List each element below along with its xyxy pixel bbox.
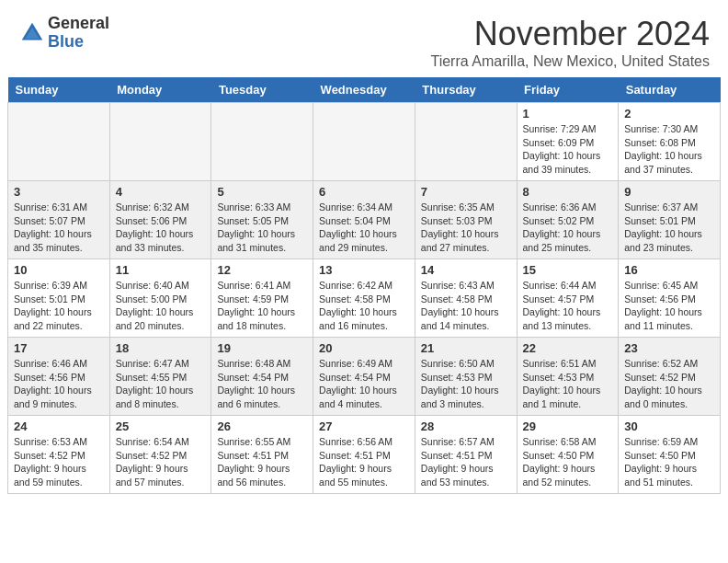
calendar-cell: 7Sunrise: 6:35 AMSunset: 5:03 PMDaylight… xyxy=(415,181,517,259)
day-number: 8 xyxy=(523,185,613,199)
day-number: 3 xyxy=(14,185,104,199)
calendar-cell: 13Sunrise: 6:42 AMSunset: 4:58 PMDayligh… xyxy=(313,259,415,338)
day-number: 27 xyxy=(319,419,409,433)
calendar-cell: 22Sunrise: 6:51 AMSunset: 4:53 PMDayligh… xyxy=(517,338,619,416)
calendar-cell: 8Sunrise: 6:36 AMSunset: 5:02 PMDaylight… xyxy=(517,181,619,259)
calendar-cell: 12Sunrise: 6:41 AMSunset: 4:59 PMDayligh… xyxy=(211,259,313,338)
day-info: Sunrise: 6:39 AMSunset: 5:01 PMDaylight:… xyxy=(14,279,104,333)
weekday-header-row: SundayMondayTuesdayWednesdayThursdayFrid… xyxy=(8,77,721,103)
day-info: Sunrise: 6:47 AMSunset: 4:55 PMDaylight:… xyxy=(116,357,206,411)
day-number: 10 xyxy=(14,263,104,277)
calendar-cell: 21Sunrise: 6:50 AMSunset: 4:53 PMDayligh… xyxy=(415,338,517,416)
calendar-cell: 3Sunrise: 6:31 AMSunset: 5:07 PMDaylight… xyxy=(8,181,110,259)
day-number: 18 xyxy=(116,341,206,355)
calendar-cell: 20Sunrise: 6:49 AMSunset: 4:54 PMDayligh… xyxy=(313,338,415,416)
calendar-cell: 26Sunrise: 6:55 AMSunset: 4:51 PMDayligh… xyxy=(211,416,313,494)
day-number: 24 xyxy=(14,419,104,433)
calendar-cell: 15Sunrise: 6:44 AMSunset: 4:57 PMDayligh… xyxy=(517,259,619,338)
day-number: 23 xyxy=(624,341,714,355)
day-number: 1 xyxy=(523,107,613,121)
day-info: Sunrise: 6:34 AMSunset: 5:04 PMDaylight:… xyxy=(319,201,409,255)
day-info: Sunrise: 6:35 AMSunset: 5:03 PMDaylight:… xyxy=(421,201,511,255)
page-header: General Blue November 2024 Tierra Amaril… xyxy=(0,0,728,77)
day-info: Sunrise: 6:57 AMSunset: 4:51 PMDaylight:… xyxy=(421,435,511,489)
day-number: 9 xyxy=(624,185,714,199)
day-number: 21 xyxy=(421,341,511,355)
week-row: 1Sunrise: 7:29 AMSunset: 6:09 PMDaylight… xyxy=(8,103,721,181)
day-number: 25 xyxy=(116,419,206,433)
logo-icon xyxy=(18,19,46,47)
day-info: Sunrise: 6:40 AMSunset: 5:00 PMDaylight:… xyxy=(116,279,206,333)
day-info: Sunrise: 6:42 AMSunset: 4:58 PMDaylight:… xyxy=(319,279,409,333)
day-number: 17 xyxy=(14,341,104,355)
calendar-cell: 17Sunrise: 6:46 AMSunset: 4:56 PMDayligh… xyxy=(8,338,110,416)
weekday-header: Tuesday xyxy=(211,77,313,103)
day-number: 13 xyxy=(319,263,409,277)
day-info: Sunrise: 6:55 AMSunset: 4:51 PMDaylight:… xyxy=(217,435,307,489)
day-info: Sunrise: 6:41 AMSunset: 4:59 PMDaylight:… xyxy=(217,279,307,333)
day-info: Sunrise: 6:43 AMSunset: 4:58 PMDaylight:… xyxy=(421,279,511,333)
day-number: 28 xyxy=(421,419,511,433)
calendar-cell: 9Sunrise: 6:37 AMSunset: 5:01 PMDaylight… xyxy=(619,181,721,259)
calendar-cell: 27Sunrise: 6:56 AMSunset: 4:51 PMDayligh… xyxy=(313,416,415,494)
title-block: November 2024 Tierra Amarilla, New Mexic… xyxy=(430,15,710,70)
day-info: Sunrise: 6:49 AMSunset: 4:54 PMDaylight:… xyxy=(319,357,409,411)
calendar-cell: 30Sunrise: 6:59 AMSunset: 4:50 PMDayligh… xyxy=(619,416,721,494)
calendar-cell: 11Sunrise: 6:40 AMSunset: 5:00 PMDayligh… xyxy=(109,259,211,338)
day-info: Sunrise: 6:44 AMSunset: 4:57 PMDaylight:… xyxy=(523,279,613,333)
day-number: 14 xyxy=(421,263,511,277)
calendar-cell xyxy=(313,103,415,181)
calendar-cell: 28Sunrise: 6:57 AMSunset: 4:51 PMDayligh… xyxy=(415,416,517,494)
day-info: Sunrise: 6:33 AMSunset: 5:05 PMDaylight:… xyxy=(217,201,307,255)
day-number: 22 xyxy=(523,341,613,355)
logo-blue-text: Blue xyxy=(48,33,109,52)
day-number: 30 xyxy=(624,419,714,433)
day-number: 11 xyxy=(116,263,206,277)
day-info: Sunrise: 6:31 AMSunset: 5:07 PMDaylight:… xyxy=(14,201,104,255)
weekday-header: Monday xyxy=(109,77,211,103)
calendar-cell: 16Sunrise: 6:45 AMSunset: 4:56 PMDayligh… xyxy=(619,259,721,338)
weekday-header: Thursday xyxy=(415,77,517,103)
day-info: Sunrise: 6:32 AMSunset: 5:06 PMDaylight:… xyxy=(116,201,206,255)
day-number: 19 xyxy=(217,341,307,355)
day-info: Sunrise: 7:29 AMSunset: 6:09 PMDaylight:… xyxy=(523,122,613,177)
location-subtitle: Tierra Amarilla, New Mexico, United Stat… xyxy=(430,53,710,70)
logo-text: General Blue xyxy=(48,15,109,52)
week-row: 17Sunrise: 6:46 AMSunset: 4:56 PMDayligh… xyxy=(8,338,721,416)
day-number: 7 xyxy=(421,185,511,199)
day-info: Sunrise: 7:30 AMSunset: 6:08 PMDaylight:… xyxy=(624,122,714,177)
week-row: 10Sunrise: 6:39 AMSunset: 5:01 PMDayligh… xyxy=(8,259,721,338)
calendar-cell: 14Sunrise: 6:43 AMSunset: 4:58 PMDayligh… xyxy=(415,259,517,338)
weekday-header: Wednesday xyxy=(313,77,415,103)
week-row: 24Sunrise: 6:53 AMSunset: 4:52 PMDayligh… xyxy=(8,416,721,494)
calendar-cell xyxy=(8,103,110,181)
day-info: Sunrise: 6:53 AMSunset: 4:52 PMDaylight:… xyxy=(14,435,104,489)
logo-general-text: General xyxy=(48,15,109,33)
day-info: Sunrise: 6:52 AMSunset: 4:52 PMDaylight:… xyxy=(624,357,714,411)
weekday-header: Saturday xyxy=(619,77,721,103)
calendar-cell: 10Sunrise: 6:39 AMSunset: 5:01 PMDayligh… xyxy=(8,259,110,338)
calendar-cell: 4Sunrise: 6:32 AMSunset: 5:06 PMDaylight… xyxy=(109,181,211,259)
day-info: Sunrise: 6:54 AMSunset: 4:52 PMDaylight:… xyxy=(116,435,206,489)
day-number: 16 xyxy=(624,263,714,277)
day-info: Sunrise: 6:46 AMSunset: 4:56 PMDaylight:… xyxy=(14,357,104,411)
calendar-cell xyxy=(109,103,211,181)
day-info: Sunrise: 6:36 AMSunset: 5:02 PMDaylight:… xyxy=(523,201,613,255)
weekday-header: Sunday xyxy=(8,77,110,103)
calendar-cell: 19Sunrise: 6:48 AMSunset: 4:54 PMDayligh… xyxy=(211,338,313,416)
calendar-cell: 2Sunrise: 7:30 AMSunset: 6:08 PMDaylight… xyxy=(619,103,721,181)
day-number: 20 xyxy=(319,341,409,355)
weekday-header: Friday xyxy=(517,77,619,103)
day-number: 12 xyxy=(217,263,307,277)
calendar-cell: 5Sunrise: 6:33 AMSunset: 5:05 PMDaylight… xyxy=(211,181,313,259)
logo: General Blue xyxy=(18,15,109,52)
day-info: Sunrise: 6:59 AMSunset: 4:50 PMDaylight:… xyxy=(624,435,714,489)
month-title: November 2024 xyxy=(430,15,710,53)
day-number: 15 xyxy=(523,263,613,277)
day-number: 5 xyxy=(217,185,307,199)
day-number: 6 xyxy=(319,185,409,199)
calendar-cell: 6Sunrise: 6:34 AMSunset: 5:04 PMDaylight… xyxy=(313,181,415,259)
calendar-cell xyxy=(211,103,313,181)
calendar-cell: 1Sunrise: 7:29 AMSunset: 6:09 PMDaylight… xyxy=(517,103,619,181)
calendar-cell: 24Sunrise: 6:53 AMSunset: 4:52 PMDayligh… xyxy=(8,416,110,494)
